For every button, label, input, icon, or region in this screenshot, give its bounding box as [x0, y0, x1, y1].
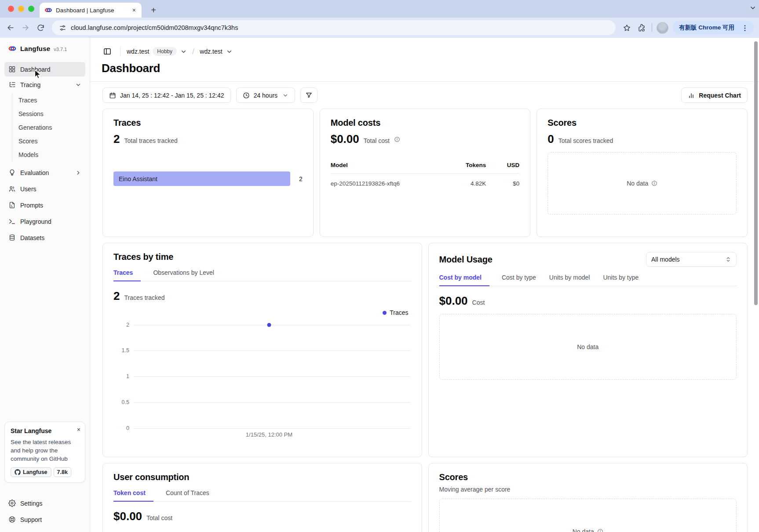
- model-costs-card: Model costs $0.00 Total cost Model Token…: [320, 109, 531, 237]
- clock-icon: [243, 92, 250, 99]
- sidebar-item-datasets[interactable]: Datasets: [4, 230, 85, 245]
- model-costs-table: Model Tokens USD ep-20250112193826-xftq6…: [331, 162, 520, 187]
- card-title: Traces by time: [113, 252, 411, 262]
- x-axis-label: 1/15/25, 12:00 PM: [246, 431, 292, 438]
- request-chart-button[interactable]: Request Chart: [681, 87, 748, 103]
- gridline: 1: [134, 376, 410, 377]
- gridline: 0: [134, 428, 410, 429]
- chrome-update-button[interactable]: 有新版 Chrome 可用 ⋮: [673, 21, 754, 35]
- sidebar-item-users[interactable]: Users: [4, 182, 85, 196]
- window-zoom-button[interactable]: [28, 6, 34, 12]
- github-star-count[interactable]: 7.8k: [54, 467, 71, 477]
- trace-name-bar[interactable]: Eino Assistant: [113, 171, 290, 186]
- star-card-title: Star Langfuse: [11, 427, 80, 434]
- card-title: User consumption: [113, 472, 411, 482]
- main-content: wdz.test Hobby / wdz.test Dashboard: [90, 38, 759, 532]
- tab-units-by-type[interactable]: Units by type: [603, 274, 639, 286]
- project-name[interactable]: wdz.test: [200, 48, 222, 55]
- info-icon[interactable]: [651, 180, 657, 186]
- filter-button[interactable]: [300, 87, 317, 103]
- window-minimize-button[interactable]: [18, 6, 24, 12]
- model-costs-label: Total cost: [364, 137, 390, 144]
- traces-time-chart: 2 1.5 1 0.5 0 1/15/25, 12:00 PM: [113, 322, 411, 439]
- tab-title: Dashboard | Langfuse: [56, 7, 127, 14]
- chart-data-point[interactable]: [267, 323, 271, 327]
- sidebar-item-evaluation[interactable]: Evaluation: [4, 165, 85, 180]
- date-range-picker[interactable]: Jan 14, 25 : 12:42 - Jan 15, 25 : 12:42: [102, 87, 231, 103]
- close-icon[interactable]: ×: [77, 426, 80, 433]
- filter-bar: Jan 14, 25 : 12:42 - Jan 15, 25 : 12:42 …: [90, 82, 759, 103]
- org-switcher[interactable]: wdz.test Hobby: [127, 47, 187, 56]
- breadcrumb: wdz.test Hobby / wdz.test: [90, 38, 759, 58]
- browser-tab[interactable]: Dashboard | Langfuse ×: [40, 3, 142, 18]
- model-filter-select[interactable]: All models: [646, 252, 737, 267]
- sidebar-item-models[interactable]: Models: [13, 148, 85, 161]
- window-controls[interactable]: [8, 6, 34, 12]
- github-star-button[interactable]: Langfuse: [11, 467, 51, 477]
- tab-search-chevron-icon[interactable]: [749, 4, 756, 11]
- window-close-button[interactable]: [8, 6, 14, 12]
- chevron-down-icon[interactable]: [226, 48, 233, 55]
- no-data-label: No data: [627, 180, 648, 187]
- list-tree-icon: [8, 81, 16, 88]
- time-preset-value: 24 hours: [254, 92, 277, 99]
- user-consumption-tabs: Token cost Count of Traces: [113, 489, 411, 502]
- site-settings-icon[interactable]: [59, 24, 66, 32]
- page-title: Dashboard: [90, 58, 759, 81]
- bar-chart-icon: [688, 92, 695, 99]
- card-title: Traces: [113, 118, 303, 128]
- tab-traces[interactable]: Traces: [113, 269, 141, 281]
- info-icon[interactable]: [597, 528, 603, 532]
- sidebar-item-scores[interactable]: Scores: [13, 134, 85, 148]
- tab-count-of-traces[interactable]: Count of Traces: [166, 489, 210, 501]
- sidebar-item-settings[interactable]: Settings: [4, 496, 85, 510]
- page-scrollbar[interactable]: [754, 41, 758, 305]
- brand[interactable]: Langfuse v3.7.1: [4, 43, 85, 52]
- new-tab-button[interactable]: +: [148, 4, 159, 16]
- gear-icon: [8, 499, 16, 507]
- brand-version: v3.7.1: [54, 47, 67, 52]
- info-icon[interactable]: [394, 136, 400, 142]
- scores-average-card: Scores Moving average per score No data: [428, 463, 748, 532]
- sidebar-item-support[interactable]: Support: [4, 512, 85, 527]
- model-usage-tabs: Cost by model Cost by type Units by mode…: [439, 274, 737, 286]
- traces-tracked-value: 2: [113, 289, 120, 303]
- tab-cost-by-model[interactable]: Cost by model: [439, 274, 489, 286]
- sidebar-item-tracing[interactable]: Tracing: [4, 77, 85, 92]
- card-subtitle: Moving average per score: [439, 486, 737, 493]
- sidebar-footer: Settings Support: [4, 496, 85, 527]
- forward-icon[interactable]: [20, 22, 31, 33]
- tab-units-by-model[interactable]: Units by model: [549, 274, 591, 286]
- browser-menu-kebab-icon[interactable]: ⋮: [739, 24, 751, 32]
- chevron-down-icon[interactable]: [180, 48, 187, 55]
- tab-token-cost[interactable]: Token cost: [113, 489, 153, 502]
- user-consumption-label: Total cost: [146, 514, 172, 521]
- tab-observations-by-level[interactable]: Observations by Level: [153, 269, 215, 281]
- time-preset-dropdown[interactable]: 24 hours: [236, 87, 295, 103]
- url-bar[interactable]: cloud.langfuse.com/project/cm50idm0208mx…: [52, 20, 616, 35]
- sidebar-item-traces[interactable]: Traces: [13, 93, 85, 107]
- sidebar-toggle-icon[interactable]: [101, 45, 114, 58]
- profile-avatar[interactable]: [657, 22, 668, 34]
- extensions-icon[interactable]: [637, 22, 647, 33]
- sidebar-item-prompts[interactable]: Prompts: [4, 198, 85, 212]
- back-icon[interactable]: [5, 22, 16, 33]
- sidebar-item-sessions[interactable]: Sessions: [13, 107, 85, 120]
- org-name[interactable]: wdz.test: [127, 48, 149, 55]
- sidebar-item-label: Support: [20, 516, 42, 523]
- tab-close-icon[interactable]: ×: [131, 7, 137, 14]
- sidebar-item-generations[interactable]: Generations: [13, 120, 85, 134]
- bookmark-star-icon[interactable]: [622, 22, 632, 33]
- sidebar-item-label: Datasets: [20, 234, 44, 241]
- sidebar-item-label: Settings: [20, 500, 43, 507]
- legend-dot-icon: [383, 311, 387, 315]
- tab-cost-by-type[interactable]: Cost by type: [502, 274, 537, 286]
- sidebar-item-dashboard[interactable]: Dashboard: [4, 62, 85, 77]
- reload-icon[interactable]: [35, 22, 46, 33]
- sidebar-item-playground[interactable]: Playground: [4, 214, 85, 229]
- project-switcher[interactable]: wdz.test: [200, 48, 232, 55]
- empty-state: No data: [547, 152, 737, 215]
- card-title: Scores: [547, 118, 737, 128]
- url-text[interactable]: cloud.langfuse.com/project/cm50idm0208mx…: [71, 24, 238, 31]
- table-row[interactable]: ep-20250112193826-xftq6 4.82K $0: [331, 174, 520, 187]
